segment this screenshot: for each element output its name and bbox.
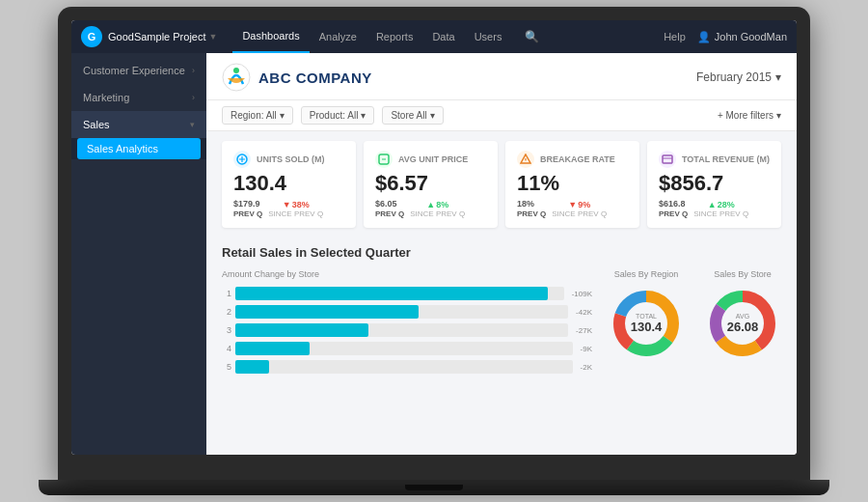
bar-row: 2 -42K [222,305,592,319]
avg-price-icon [375,151,393,168]
bar-background [235,305,568,319]
kpi-sub-units: $179.9 PREV Q ▼ 38% SINCE PREV Q [233,199,344,218]
kpi-title-units: Units Sold (M) [257,154,325,164]
kpi-avg-unit-price: Avg Unit Price $6.57 $6.05 PREV Q ▲ 8% [364,141,498,228]
filter-store[interactable]: Store All ▾ [382,106,443,125]
filter-region[interactable]: Region: All ▾ [222,106,293,125]
tab-reports[interactable]: Reports [366,20,423,53]
laptop-screen: G GoodSample Project ▼ Dashboards Analyz… [58,7,810,480]
donut-sales-store: Sales By Store [704,269,781,362]
more-filters-button[interactable]: + More filters ▾ [718,110,781,121]
app-logo: G [81,26,102,47]
bar-background [235,323,568,337]
date-label: February 2015 [696,70,772,84]
date-selector[interactable]: February 2015 ▾ [696,70,781,84]
kpi-row: Units Sold (M) 130.4 $179.9 PREV Q ▼ 38% [206,131,797,237]
sidebar-item-marketing[interactable]: Marketing › [71,84,206,111]
kpi-since-price: SINCE PREV Q [410,209,465,218]
breakage-icon [517,151,534,168]
tab-dashboards[interactable]: Dashboards [232,20,309,53]
sidebar-item-customer-experience[interactable]: Customer Experience › [71,57,206,84]
donut-region-wrapper: TOTAL 130.4 [608,285,685,362]
chevron-down-icon: ▾ [776,110,781,121]
user-menu[interactable]: 👤 John GoodMan [697,31,787,43]
svg-point-1 [233,68,239,73]
kpi-title-price: Avg Unit Price [398,154,468,164]
sidebar-sub-section: Sales Analytics [71,138,206,159]
sidebar-label-customer: Customer Experience [83,65,185,76]
bar-value: -2K [581,363,592,372]
donut-store-label: AVG [727,313,759,320]
user-name: John GoodMan [715,31,787,42]
nav-tabs: Dashboards Analyze Reports Data Users [232,20,511,53]
revenue-icon [659,151,676,168]
chevron-right-icon: › [192,66,195,75]
chevron-down-icon: ▾ [430,110,435,121]
kpi-value-breakage: 11% [517,172,628,195]
project-name[interactable]: GoodSample Project ▼ [108,31,217,42]
sidebar-label-marketing: Marketing [83,92,129,103]
donut-store-wrapper: AVG 26.08 [704,285,781,362]
bar-fill [235,342,310,355]
donut-sales-region: Sales By Region [608,269,685,362]
donut-store-title: Sales By Store [704,269,781,279]
kpi-value-price: $6.57 [375,172,486,195]
bar-label: 4 [222,344,231,353]
chevron-down-icon: ▾ [280,110,285,121]
kpi-breakage-rate: Breakage Rate 11% 18% PREV Q ▼ 9% [505,141,639,228]
kpi-title-revenue: Total Revenue (M) [682,154,770,164]
kpi-change-breakage: ▼ 9% [568,200,590,209]
tab-analyze[interactable]: Analyze [310,20,366,53]
chevron-right-icon: › [192,93,195,102]
kpi-sub-revenue: $616.8 PREV Q ▲ 28% SINCE PREV Q [659,199,770,218]
chevron-down-icon: ▾ [190,120,195,129]
main-area: Customer Experience › Marketing › Sales … [71,53,797,455]
kpi-prev-breakage: 18% PREV Q [517,199,546,218]
kpi-prev-price: $6.05 PREV Q [375,199,404,218]
bar-value: -109K [572,290,592,298]
tab-users[interactable]: Users [465,20,512,53]
sidebar-item-sales-analytics[interactable]: Sales Analytics [77,138,201,159]
top-navigation: G GoodSample Project ▼ Dashboards Analyz… [71,20,797,53]
bar-chart-title: Amount Change by Store [222,269,592,279]
bar-row: 5 -2K [222,360,592,374]
kpi-value-revenue: $856.7 [659,172,770,195]
kpi-units-sold: Units Sold (M) 130.4 $179.9 PREV Q ▼ 38% [222,141,356,228]
bar-fill [235,360,269,374]
laptop-notch [405,485,463,490]
chevron-down-icon: ▾ [361,110,366,121]
laptop-base [39,480,829,495]
company-name: ABC Company [258,70,372,86]
chevron-down-icon: ▾ [775,70,781,84]
donut-region-center: TOTAL 130.4 [631,313,663,334]
kpi-sub-price: $6.05 PREV Q ▲ 8% SINCE PREV Q [375,199,486,218]
sidebar: Customer Experience › Marketing › Sales … [71,53,206,455]
kpi-since-units: SINCE PREV Q [268,209,323,218]
kpi-sub-breakage: 18% PREV Q ▼ 9% SINCE PREV Q [517,199,628,218]
filter-product[interactable]: Product: All ▾ [301,106,375,125]
company-logo-icon [222,63,251,92]
kpi-header: Units Sold (M) [233,151,344,168]
bar-row: 1 -109K [222,287,592,300]
section-title: Retail Sales in Selected Quarter [222,245,781,260]
sidebar-item-sales[interactable]: Sales ▾ [71,111,206,138]
content-header: ABC Company February 2015 ▾ [206,53,797,100]
bar-row: 4 -9K [222,342,592,355]
bar-label: 2 [222,307,231,317]
donut-region-title: Sales By Region [608,269,685,279]
bar-label: 5 [222,362,231,372]
screen-content: G GoodSample Project ▼ Dashboards Analyz… [71,20,797,455]
bar-chart: Amount Change by Store 1 -109K 2 -42K 3 … [222,269,592,378]
donut-store-center: AVG 26.08 [727,313,759,334]
charts-section: Retail Sales in Selected Quarter Amount … [206,237,797,455]
bar-label: 1 [222,289,231,298]
kpi-since-breakage: SINCE PREV Q [552,209,607,218]
kpi-value-units: 130.4 [233,172,344,195]
search-icon[interactable]: 🔍 [525,30,539,43]
kpi-change-revenue: ▲ 28% [708,200,735,209]
bar-background [235,287,564,300]
kpi-header: Breakage Rate [517,151,628,168]
tab-data[interactable]: Data [422,20,464,53]
help-link[interactable]: Help [664,31,686,42]
content-area: ABC Company February 2015 ▾ Region: All … [206,53,797,455]
